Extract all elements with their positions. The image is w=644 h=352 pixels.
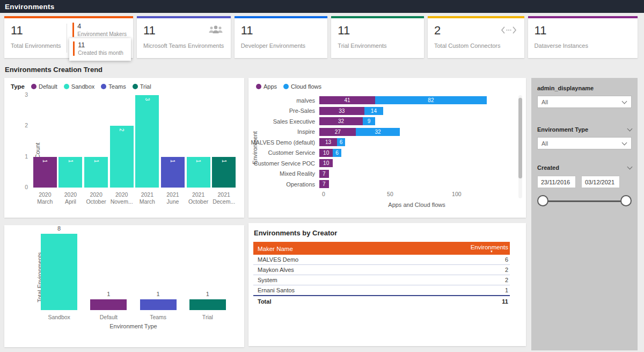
table-header-row[interactable]: Maker Name Environments ▼ bbox=[253, 242, 510, 255]
type-x-axis-labels: SandboxDefaultTeamsTrial bbox=[34, 314, 232, 321]
scrollbar-thumb[interactable] bbox=[518, 98, 522, 178]
stacked-bar-row: Customer Service106 bbox=[248, 149, 526, 157]
kpi-card-developer-environments[interactable]: 11 Developer Environments bbox=[235, 16, 328, 58]
category-label: Mixed Reality bbox=[248, 170, 319, 177]
bar-segment-cloud-flows[interactable]: 14 bbox=[364, 107, 384, 115]
trend-bar-sandbox[interactable]: 1 bbox=[187, 157, 210, 188]
slider-handle-end[interactable] bbox=[620, 195, 632, 206]
legend-dot-icon bbox=[283, 84, 289, 89]
table-row[interactable]: Maykon Alves2 bbox=[253, 265, 510, 275]
chevron-down-icon[interactable] bbox=[627, 164, 633, 170]
kpi-label: Environment Makers bbox=[77, 31, 127, 37]
bar-segment-apps[interactable]: 7 bbox=[319, 170, 329, 178]
kpi-card-dataverse-instances[interactable]: 11 Dataverse Instances bbox=[528, 16, 638, 58]
x-axis-label: 2021Decem... bbox=[211, 191, 237, 205]
bar-value-label: 1 bbox=[170, 157, 175, 188]
bar-segment-cloud-flows[interactable]: 82 bbox=[375, 96, 487, 104]
trend-bar-sandbox[interactable]: 1 bbox=[84, 157, 108, 188]
column-header-environments[interactable]: Environments ▼ bbox=[390, 242, 510, 255]
admin-displayname-dropdown[interactable]: All bbox=[537, 96, 632, 108]
category-label: Sales Executive bbox=[248, 118, 319, 125]
trend-bar-sandbox[interactable]: 3 bbox=[135, 95, 159, 188]
kpi-card-trial-environments[interactable]: 11 Trial Environments bbox=[331, 16, 424, 58]
stacked-bar-row: Customer Service POC10 bbox=[248, 159, 526, 167]
slider-handle-start[interactable] bbox=[537, 195, 548, 206]
category-label: Customer Service POC bbox=[248, 160, 319, 167]
trend-bar-teams[interactable]: 1 bbox=[161, 157, 185, 188]
bar-slot: 8 bbox=[34, 225, 84, 310]
bar-segment-apps[interactable]: 41 bbox=[319, 96, 375, 104]
legend-label: Trial bbox=[140, 83, 151, 90]
legend-dot-icon bbox=[133, 84, 138, 89]
table-environments-by-creator: Environments by Creator Maker Name Envir… bbox=[248, 223, 526, 346]
bar-slot: 3 bbox=[135, 95, 160, 188]
legend-item[interactable]: Sandbox bbox=[64, 83, 94, 90]
legend-dot-icon bbox=[31, 84, 36, 89]
bar-slot: 1 bbox=[32, 95, 58, 188]
bar-value-label: 1 bbox=[42, 157, 48, 188]
bar-track: 3314 bbox=[319, 107, 510, 115]
filter-label-admin-displayname: admin_displayname bbox=[537, 85, 594, 91]
x-axis-label: 2021March bbox=[135, 191, 160, 205]
kpi-card-total-environments[interactable]: 11 Total Environments 4 Environment Make… bbox=[4, 16, 133, 58]
x-axis-label: Default bbox=[84, 314, 133, 321]
bar-segment-apps[interactable]: 33 bbox=[319, 107, 364, 115]
segment-value-label: 82 bbox=[428, 97, 434, 103]
kpi-card-teams-environments[interactable]: 11 Microsoft Teams Environments bbox=[137, 16, 231, 58]
date-from-input[interactable]: 23/11/2016 bbox=[537, 176, 576, 188]
category-label: MALVES Demo (default) bbox=[248, 139, 319, 146]
trend-bar-sandbox[interactable]: 1 bbox=[58, 157, 82, 188]
bar-track: 2732 bbox=[319, 128, 510, 136]
bar-segment-cloud-flows[interactable]: 6 bbox=[337, 138, 345, 146]
kpi-created-this-month[interactable]: 11 Created this month bbox=[69, 38, 131, 61]
bar-slot: 1 bbox=[160, 95, 186, 188]
accent-bar bbox=[73, 41, 75, 56]
legend-item[interactable]: Apps bbox=[256, 83, 277, 90]
type-bar-default[interactable] bbox=[90, 299, 127, 310]
segment-value-label: 14 bbox=[371, 108, 377, 114]
kpi-label: Total Environments bbox=[11, 42, 65, 49]
environment-type-dropdown[interactable]: All bbox=[537, 137, 632, 149]
x-axis-label: 2020Novem... bbox=[109, 191, 135, 205]
legend-item[interactable]: Cloud flows bbox=[283, 83, 321, 90]
bar-segment-cloud-flows[interactable]: 32 bbox=[356, 128, 399, 136]
legend-item[interactable]: Teams bbox=[101, 83, 126, 90]
kpi-card-custom-connectors[interactable]: 2 Total Custom Connectors bbox=[428, 16, 524, 58]
type-bar-sandbox[interactable] bbox=[41, 234, 77, 310]
environments-cell: 2 bbox=[390, 265, 510, 275]
bar-segment-apps[interactable]: 7 bbox=[319, 180, 329, 188]
bar-segment-cloud-flows[interactable]: 6 bbox=[333, 149, 341, 157]
kpi-environment-makers[interactable]: 4 Environment Makers bbox=[72, 23, 127, 37]
segment-value-label: 33 bbox=[339, 108, 345, 114]
segment-value-label: 6 bbox=[340, 139, 343, 145]
x-axis-tick: 100 bbox=[452, 191, 462, 197]
table-row[interactable]: Ernani Santos1 bbox=[253, 285, 510, 296]
segment-value-label: 6 bbox=[335, 150, 339, 156]
legend-title: Type bbox=[11, 83, 25, 90]
chevron-down-icon[interactable] bbox=[627, 126, 633, 132]
bar-segment-apps[interactable]: 13 bbox=[319, 138, 337, 146]
legend-item[interactable]: Trial bbox=[133, 83, 151, 90]
bar-segment-cloud-flows[interactable]: 9 bbox=[363, 117, 375, 125]
bar-segment-apps[interactable]: 10 bbox=[319, 159, 333, 167]
legend-dot-icon bbox=[101, 84, 106, 89]
bar-segment-apps[interactable]: 27 bbox=[319, 128, 356, 136]
category-label: malves bbox=[248, 97, 319, 104]
x-axis-label: Trial bbox=[183, 314, 232, 321]
kpi-label: Total Custom Connectors bbox=[434, 42, 518, 49]
bar-segment-apps[interactable]: 10 bbox=[319, 149, 333, 157]
type-bar-teams[interactable] bbox=[140, 299, 177, 310]
legend-item[interactable]: Default bbox=[31, 83, 57, 90]
trend-bar-sandbox[interactable]: 2 bbox=[110, 126, 134, 188]
trend-bar-default[interactable]: 1 bbox=[33, 157, 57, 188]
table-row[interactable]: System2 bbox=[253, 275, 510, 285]
stacked-bar-row: Inspire2732 bbox=[248, 128, 526, 136]
bar-segment-apps[interactable]: 32 bbox=[319, 117, 363, 125]
column-header-maker-name[interactable]: Maker Name bbox=[253, 242, 390, 255]
trend-bar-trial[interactable]: 1 bbox=[212, 157, 236, 188]
table-row[interactable]: MALVES Demo6 bbox=[253, 255, 510, 265]
type-bar-trial[interactable] bbox=[189, 299, 226, 310]
scrollbar-track[interactable] bbox=[518, 95, 522, 198]
date-to-input[interactable]: 03/12/2021 bbox=[581, 176, 620, 188]
divider bbox=[67, 24, 67, 53]
